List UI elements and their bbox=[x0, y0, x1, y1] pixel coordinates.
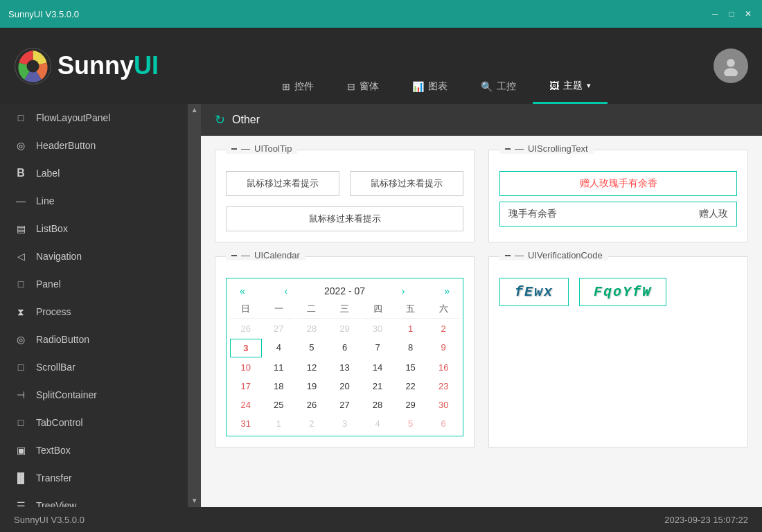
cal-weekday-1: 一 bbox=[263, 300, 295, 319]
status-bar: SunnyUI V3.5.0.0 2023-09-23 15:07:22 bbox=[0, 507, 762, 532]
cal-day[interactable]: 4 bbox=[263, 339, 295, 357]
nav-item-charts[interactable]: 📊 图表 bbox=[396, 69, 464, 104]
verif-code-2[interactable]: FqoYfW bbox=[579, 278, 666, 306]
controls-icon: ⊞ bbox=[282, 81, 290, 92]
logo-ui: UI bbox=[134, 51, 159, 80]
user-icon bbox=[720, 55, 741, 76]
cal-day[interactable]: 20 bbox=[329, 378, 361, 395]
treeview-icon: ☰ bbox=[14, 499, 28, 507]
cal-day[interactable]: 12 bbox=[296, 359, 328, 376]
cal-day[interactable]: 23 bbox=[427, 378, 459, 395]
verif-code-1[interactable]: fEwx bbox=[499, 278, 569, 306]
cal-day[interactable]: 29 bbox=[329, 320, 361, 337]
cal-day-today[interactable]: 3 bbox=[230, 339, 262, 357]
cal-day[interactable]: 28 bbox=[362, 396, 393, 414]
cal-day[interactable]: 19 bbox=[296, 378, 328, 395]
title-bar-controls: ─ □ ✕ bbox=[709, 8, 754, 19]
cal-day[interactable]: 8 bbox=[395, 339, 427, 357]
cal-day[interactable]: 26 bbox=[230, 320, 262, 337]
avatar[interactable] bbox=[714, 48, 748, 83]
cal-day[interactable]: 2 bbox=[296, 415, 328, 432]
sidebar-label-flowlayout: FlowLayoutPanel bbox=[36, 112, 110, 123]
theme-icon: 🖼 bbox=[549, 80, 559, 91]
cal-day[interactable]: 6 bbox=[427, 415, 459, 432]
cal-day[interactable]: 1 bbox=[263, 415, 295, 432]
cal-day[interactable]: 30 bbox=[362, 320, 393, 337]
calendar-section: — UICalendar « ‹ 2022 - 07 › » bbox=[215, 256, 475, 447]
sidebar-item-radiobutton[interactable]: ◎ RadioButton bbox=[0, 326, 188, 353]
content-header: ↻ Other bbox=[201, 104, 762, 136]
cal-day[interactable]: 31 bbox=[230, 415, 262, 432]
calendar-grid: 日 一 二 三 四 五 六 26 27 28 29 30 bbox=[230, 300, 459, 432]
cal-day[interactable]: 24 bbox=[230, 396, 262, 414]
cal-day[interactable]: 17 bbox=[230, 378, 262, 395]
cal-next-month-btn[interactable]: › bbox=[399, 285, 408, 296]
cal-prev-month-btn[interactable]: ‹ bbox=[282, 285, 291, 296]
maximize-button[interactable]: □ bbox=[726, 8, 737, 19]
sidebar-item-process[interactable]: ⧗ Process bbox=[0, 298, 188, 326]
nav-item-plc[interactable]: 🔍 工控 bbox=[464, 69, 533, 104]
cal-day[interactable]: 10 bbox=[230, 359, 262, 376]
cal-day[interactable]: 9 bbox=[427, 339, 459, 357]
sidebar-wrapper: □ FlowLayoutPanel ◎ HeaderButton B Label… bbox=[0, 104, 201, 507]
tooltip-section: — UIToolTip 鼠标移过来看提示 鼠标移过来看提示 鼠标移过来看提示 bbox=[215, 150, 475, 242]
nav-item-controls[interactable]: ⊞ 控件 bbox=[265, 69, 330, 104]
cal-day[interactable]: 22 bbox=[395, 378, 427, 395]
sidebar-item-panel[interactable]: □ Panel bbox=[0, 270, 188, 298]
sidebar-item-tabcontrol[interactable]: □ TabControl bbox=[0, 409, 188, 436]
cal-day[interactable]: 3 bbox=[329, 415, 361, 432]
sidebar-item-treeview[interactable]: ☰ TreeView bbox=[0, 492, 188, 507]
cal-day[interactable]: 5 bbox=[395, 415, 427, 432]
nav-label-controls: 控件 bbox=[294, 80, 314, 93]
close-button[interactable]: ✕ bbox=[743, 8, 754, 19]
cal-day[interactable]: 27 bbox=[263, 320, 295, 337]
tooltip-item-3[interactable]: 鼠标移过来看提示 bbox=[226, 206, 463, 231]
cal-day[interactable]: 21 bbox=[362, 378, 393, 395]
cal-day[interactable]: 18 bbox=[263, 378, 295, 395]
nav-item-theme[interactable]: 🖼 主题 ▾ bbox=[533, 69, 608, 104]
scrolling-title-dash: — bbox=[515, 143, 524, 154]
cal-day[interactable]: 15 bbox=[395, 359, 427, 376]
cal-day[interactable]: 7 bbox=[362, 339, 393, 357]
cal-day[interactable]: 28 bbox=[296, 320, 328, 337]
verification-section-title: — UIVerificationCode bbox=[499, 250, 608, 260]
sidebar-item-navigation[interactable]: ◁ Navigation bbox=[0, 242, 188, 270]
cal-day[interactable]: 29 bbox=[395, 396, 427, 414]
cal-day[interactable]: 25 bbox=[263, 396, 295, 414]
sidebar-label-splitcontainer: SplitContainer bbox=[36, 389, 97, 400]
sidebar-label-tabcontrol: TabControl bbox=[36, 417, 83, 428]
cal-day[interactable]: 11 bbox=[263, 359, 295, 376]
sidebar-item-transfer[interactable]: ▐▌ Transfer bbox=[0, 464, 188, 492]
calendar-title-dash: — bbox=[241, 250, 250, 260]
scroll-down-arrow[interactable]: ▼ bbox=[191, 497, 198, 504]
tooltip-item-2[interactable]: 鼠标移过来看提示 bbox=[350, 171, 463, 196]
sidebar-item-label[interactable]: B Label bbox=[0, 159, 188, 187]
cal-day[interactable]: 6 bbox=[329, 339, 361, 357]
cal-day[interactable]: 30 bbox=[427, 396, 459, 414]
nav-item-windows[interactable]: ⊟ 窗体 bbox=[330, 69, 396, 104]
cal-day[interactable]: 4 bbox=[362, 415, 393, 432]
cal-day[interactable]: 5 bbox=[296, 339, 328, 357]
scroll-up-arrow[interactable]: ▲ bbox=[191, 107, 198, 114]
cal-day[interactable]: 14 bbox=[362, 359, 393, 376]
cal-day[interactable]: 27 bbox=[329, 396, 361, 414]
svg-point-2 bbox=[727, 59, 735, 67]
sidebar-item-headerbutton[interactable]: ◎ HeaderButton bbox=[0, 132, 188, 159]
cal-prev-year-btn[interactable]: « bbox=[237, 285, 248, 296]
cal-day[interactable]: 2 bbox=[427, 320, 459, 337]
cal-day[interactable]: 13 bbox=[329, 359, 361, 376]
minimize-button[interactable]: ─ bbox=[709, 8, 720, 19]
sidebar-item-line[interactable]: — Line bbox=[0, 187, 188, 215]
cal-day[interactable]: 16 bbox=[427, 359, 459, 376]
sidebar-item-textbox[interactable]: ▣ TextBox bbox=[0, 436, 188, 464]
sidebar-item-splitcontainer[interactable]: ⊣ SplitContainer bbox=[0, 381, 188, 409]
sidebar-item-flowlayoutpanel[interactable]: □ FlowLayoutPanel bbox=[0, 104, 188, 132]
tooltip-item-1[interactable]: 鼠标移过来看提示 bbox=[226, 171, 339, 196]
sidebar-item-scrollbar[interactable]: □ ScrollBar bbox=[0, 353, 188, 381]
cal-next-year-btn[interactable]: » bbox=[441, 285, 452, 296]
cal-year-month: 2022 - 07 bbox=[324, 285, 365, 296]
cal-day[interactable]: 1 bbox=[395, 320, 427, 337]
cal-day[interactable]: 26 bbox=[296, 396, 328, 414]
sidebar-item-listbox[interactable]: ▤ ListBox bbox=[0, 215, 188, 242]
panel-icon: □ bbox=[14, 277, 28, 291]
